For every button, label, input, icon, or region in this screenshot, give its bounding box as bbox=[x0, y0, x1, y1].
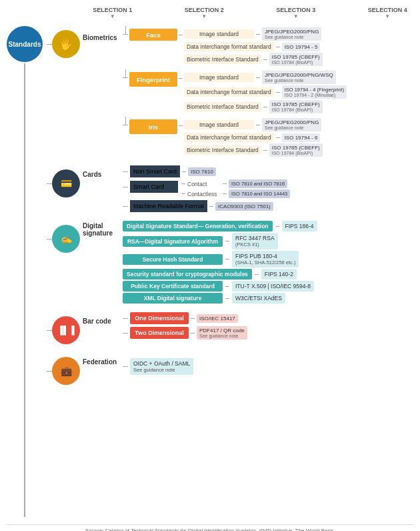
cards-label: Cards bbox=[83, 164, 121, 178]
digsig-item-4: Public Key Certificate standard ITU-T X.… bbox=[123, 281, 317, 292]
fp-std-1: Image standard JPEG/JPEG2000/PNG/WSQSee … bbox=[184, 71, 347, 84]
cards-section: 💳 Cards Non Smart Card ISO 7810 Smart Ca… bbox=[47, 164, 413, 212]
contact-row: Contact ISO 7810 and ISO 7816 bbox=[181, 179, 290, 188]
digital-signature-section: ✍ Digital signature Digital Signature St… bbox=[47, 219, 413, 304]
smart-card-box: Smart Card bbox=[130, 181, 178, 193]
digsig-item-5: XML Digital signature W3C/ETSI XAdES bbox=[123, 293, 317, 304]
biometrics-icon: 🖐 bbox=[52, 30, 80, 58]
machine-readable-row: Machine Readable Format ICAO9303 (ISO 75… bbox=[123, 200, 290, 212]
fingerprint-box: Fingerprint bbox=[129, 72, 177, 87]
machine-readable-box: Machine Readable Format bbox=[130, 200, 207, 212]
barcode-1d-val: ISO/IEC 15417 bbox=[197, 314, 238, 323]
barcode-1d-box: One Dimensional bbox=[130, 312, 189, 324]
barcode-1d-row: One Dimensional ISO/IEC 15417 bbox=[123, 312, 247, 324]
non-smart-card-row: Non Smart Card ISO 7810 bbox=[123, 165, 290, 177]
selection-2-label: SELECTION 2 bbox=[185, 7, 224, 19]
barcode-label: Bar code bbox=[83, 311, 121, 325]
contactless-row: Contactless ISO 7810 and ISO 14443 bbox=[181, 189, 290, 198]
biometrics-section: 🖐 Biometrics Face bbox=[47, 26, 413, 157]
header-selections: SELECTION 1 SELECTION 2 SELECTION 3 SELE… bbox=[7, 7, 413, 23]
selection-3-label: SELECTION 3 bbox=[276, 7, 315, 19]
contact-val: ISO 7810 and ISO 7816 bbox=[229, 179, 287, 188]
machine-readable-val: ICAO9303 (ISO 7501) bbox=[215, 202, 273, 211]
barcode-2d-box: Two Dimensional bbox=[130, 327, 189, 339]
selection-1-label: SELECTION 1 bbox=[93, 7, 132, 19]
footer-text: Source: Catalog of Technical Standards f… bbox=[7, 524, 413, 531]
digital-signature-label: Digital signature bbox=[83, 219, 121, 237]
contactless-val: ISO 7810 and ISO 14443 bbox=[229, 189, 290, 198]
federation-icon: 💼 bbox=[52, 357, 80, 385]
smart-card-row: Smart Card Contact ISO 7810 and ISO 7816… bbox=[123, 179, 290, 198]
fp-std-3: Biometric Interface Standard ISO 19785 (… bbox=[184, 100, 347, 113]
selection-4-label: SELECTION 4 bbox=[368, 7, 407, 19]
standards-circle: Standards bbox=[7, 26, 43, 62]
contact-label: Contact bbox=[187, 181, 221, 187]
biometrics-label: Biometrics bbox=[83, 26, 121, 41]
federation-section: 💼 Federation OIDC + OAuth / SAMLSee guid… bbox=[47, 352, 413, 385]
digital-signature-icon: ✍ bbox=[52, 225, 80, 253]
cards-icon: 💳 bbox=[52, 169, 80, 197]
iris-std-3: Biometric Interface Standard ISO 19785 (… bbox=[184, 143, 323, 157]
barcode-2d-val: PDF417 / QR codeSee guidance note bbox=[197, 326, 247, 340]
barcode-section: ▐▌▐ Bar code One Dimensional ISO/IEC 154… bbox=[47, 311, 413, 344]
federation-val: OIDC + OAuth / SAMLSee guidance note bbox=[130, 358, 193, 375]
face-std-2: Data interchange format standard ISO 197… bbox=[184, 42, 323, 51]
face-box: Face bbox=[129, 29, 177, 41]
face-std-1: Image standard JPEG/JPEG2000/PNGSee guid… bbox=[184, 27, 323, 41]
federation-label: Federation bbox=[83, 352, 121, 366]
full-layout: SELECTION 1 SELECTION 2 SELECTION 3 SELE… bbox=[7, 7, 413, 531]
digsig-item-3: Security standard for cryptographic modu… bbox=[123, 269, 317, 280]
digsig-item-1: RSA—Digital Signature Algorithm RFC 3447… bbox=[123, 233, 317, 249]
non-smart-card-box: Non Smart Card bbox=[130, 165, 180, 177]
non-smart-card-val: ISO 7810 bbox=[188, 167, 216, 176]
barcode-2d-row: Two Dimensional PDF417 / QR codeSee guid… bbox=[123, 326, 247, 340]
iris-box: Iris bbox=[129, 119, 177, 134]
fp-std-2: Data interchange format standard ISO 197… bbox=[184, 85, 347, 99]
iris-std-2: Data interchange format standard ISO 197… bbox=[184, 133, 323, 142]
digsig-item-0: Digital Signature Standard— Generation, … bbox=[123, 221, 317, 231]
face-std-3: Biometric Interface Standard ISO 19785 (… bbox=[184, 53, 323, 66]
contactless-label: Contactless bbox=[187, 191, 221, 197]
barcode-icon: ▐▌▐ bbox=[52, 316, 80, 344]
iris-std-1: Image standard JPEG/JPEG2000/PNGSee guid… bbox=[184, 118, 323, 131]
digsig-item-2: Secure Hash Standard FIPS PUB 180-4(SHA-… bbox=[123, 251, 317, 268]
